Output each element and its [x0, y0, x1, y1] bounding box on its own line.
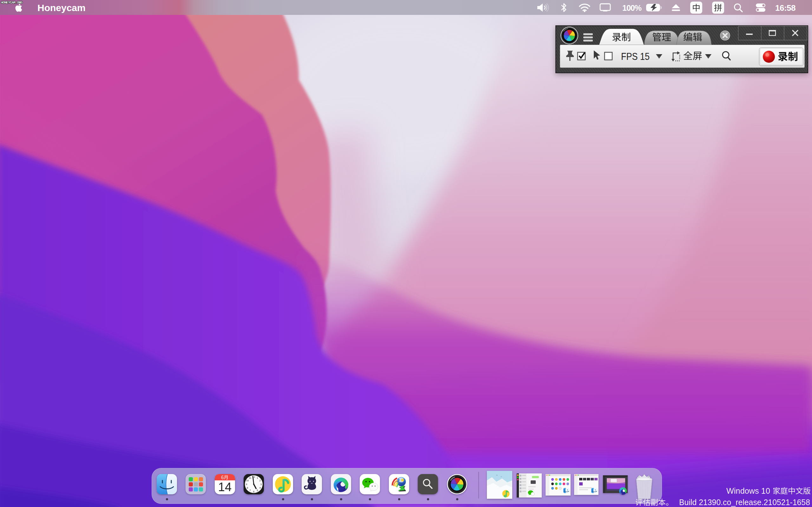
- svg-text:14: 14: [218, 481, 232, 494]
- svg-text:5: 5: [257, 489, 258, 492]
- svg-text:Build 21390.co_release.210521-: Build 21390.co_release.210521-1658: [679, 498, 810, 507]
- svg-text:9: 9: [246, 483, 247, 486]
- svg-text:1: 1: [257, 476, 258, 480]
- svg-text:4: 4: [259, 487, 261, 489]
- svg-text:6: 6: [253, 490, 255, 493]
- svg-text:8: 8: [247, 487, 248, 489]
- svg-text:2: 2: [259, 479, 261, 482]
- svg-text:10: 10: [246, 479, 249, 482]
- svg-text:Windows 10: Windows 10: [726, 487, 770, 495]
- svg-text:11: 11: [249, 476, 252, 480]
- svg-text:FPS 15: FPS 15: [621, 51, 650, 62]
- svg-text:7: 7: [249, 489, 251, 492]
- svg-text:3: 3: [260, 483, 262, 486]
